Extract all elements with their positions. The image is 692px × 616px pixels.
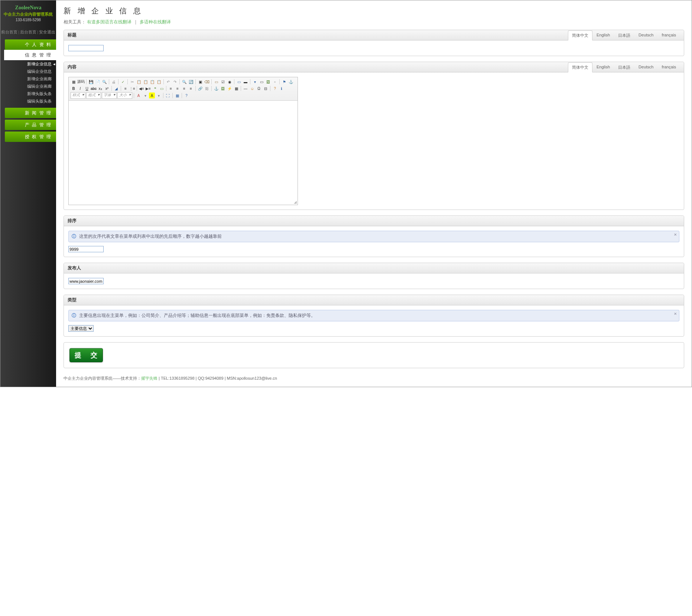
sub-icon[interactable]: x₂: [97, 85, 103, 91]
maximize-icon[interactable]: ⛶: [165, 93, 171, 98]
source-icon[interactable]: ▦: [71, 79, 77, 85]
find-icon[interactable]: 🔍: [181, 79, 187, 85]
lang-tab-fr[interactable]: français: [657, 30, 680, 40]
char-icon[interactable]: Ω: [256, 85, 262, 91]
lang-tab-zh[interactable]: 简体中文: [568, 30, 592, 40]
align-left-icon[interactable]: ≡: [168, 85, 174, 91]
lang-tab-de-2[interactable]: Deutsch: [634, 62, 657, 72]
editor-body[interactable]: ◢: [69, 101, 298, 205]
form-icon[interactable]: ▭: [213, 79, 219, 85]
button-icon[interactable]: ▭: [259, 79, 264, 85]
source-button[interactable]: 源码: [77, 79, 85, 84]
nav-add-gallery[interactable]: 新增企业画廊: [0, 75, 56, 82]
quote-icon[interactable]: ❝: [152, 85, 158, 91]
bgcolor-icon[interactable]: A: [149, 93, 155, 98]
preview-icon[interactable]: 🔍: [101, 79, 107, 85]
align-justify-icon[interactable]: ≡: [188, 85, 194, 91]
anchor2-icon[interactable]: ⚓: [213, 85, 219, 91]
textfield-icon[interactable]: ▭: [236, 79, 242, 85]
publisher-input[interactable]: [68, 278, 104, 284]
paste-icon[interactable]: 📋: [143, 79, 149, 85]
newpage-icon[interactable]: 📄: [95, 79, 101, 85]
align-center-icon[interactable]: ≡: [175, 85, 181, 91]
anchor-icon[interactable]: ⚓: [288, 79, 294, 85]
smiley-icon[interactable]: ☺: [249, 85, 255, 91]
close-icon-2[interactable]: ✕: [674, 312, 677, 316]
showblocks-icon[interactable]: ▦: [174, 93, 180, 98]
numlist-icon[interactable]: ≡: [123, 85, 129, 91]
outdent-icon[interactable]: ◀≡: [139, 85, 144, 91]
redo-icon[interactable]: ↷: [172, 79, 178, 85]
nav-add-company-info[interactable]: 新增企业信息: [0, 60, 56, 68]
tool-link-youdao[interactable]: 有道多国语言在线翻译: [87, 19, 131, 25]
flag-icon[interactable]: ⚑: [281, 79, 287, 85]
footer-link[interactable]: 擢宇先锋: [141, 376, 157, 380]
type-select[interactable]: 主要信息: [68, 325, 94, 332]
help-icon[interactable]: ?: [272, 85, 278, 91]
submit-button[interactable]: 提 交: [69, 348, 103, 362]
textarea-icon[interactable]: ▬: [243, 79, 248, 85]
print-icon[interactable]: 🖨: [111, 79, 117, 85]
radio-icon[interactable]: ◉: [227, 79, 233, 85]
link-frontend[interactable]: 前台首页: [1, 30, 17, 34]
title-input[interactable]: [68, 45, 104, 51]
checkbox-icon[interactable]: ☑: [220, 79, 226, 85]
bold-icon[interactable]: B: [71, 85, 77, 91]
selectall-icon[interactable]: ▣: [197, 79, 203, 85]
nav-profile[interactable]: 个 人 资 料: [5, 39, 56, 50]
bullist-icon[interactable]: ⋮≡: [129, 85, 135, 91]
pagebreak-icon[interactable]: ⊟: [263, 85, 269, 91]
table-icon[interactable]: ▦: [233, 85, 239, 91]
style-combo[interactable]: 样式: [71, 92, 85, 99]
nav-auth-mgmt[interactable]: 授 权 管 理: [5, 132, 56, 142]
format-combo[interactable]: 格式: [86, 92, 101, 99]
italic-icon[interactable]: I: [77, 85, 83, 91]
sup-icon[interactable]: x²: [104, 85, 110, 91]
indent-icon[interactable]: ▶≡: [145, 85, 151, 91]
lang-tab-zh-2[interactable]: 简体中文: [568, 62, 592, 72]
image-icon[interactable]: 🖼: [265, 79, 271, 85]
eraser-icon[interactable]: ◢: [113, 85, 119, 91]
nav-news-mgmt[interactable]: 新 闻 管 理: [5, 108, 56, 118]
sort-input[interactable]: [68, 246, 104, 252]
underline-icon[interactable]: U: [84, 85, 90, 91]
img-icon[interactable]: 🖼: [220, 85, 226, 91]
nav-info-mgmt[interactable]: 信 息 管 理: [4, 50, 56, 60]
nav-edit-headline[interactable]: 编辑头版头条: [0, 97, 56, 105]
link-backend[interactable]: 后台首页: [20, 30, 36, 34]
about-icon[interactable]: ℹ: [279, 85, 285, 91]
link-icon[interactable]: 🔗: [197, 85, 203, 91]
nav-add-headline[interactable]: 新增头版头条: [0, 90, 56, 97]
nav-edit-gallery[interactable]: 编辑企业画廊: [0, 82, 56, 90]
lang-tab-en-2[interactable]: English: [592, 62, 614, 72]
about2-icon[interactable]: ?: [183, 93, 189, 98]
lang-tab-fr-2[interactable]: français: [657, 62, 680, 72]
nav-edit-company-info[interactable]: 编辑企业信息: [0, 68, 56, 75]
flash-icon[interactable]: ⚡: [227, 85, 233, 91]
lang-tab-de[interactable]: Deutsch: [634, 30, 657, 40]
copy-icon[interactable]: 📋: [136, 79, 142, 85]
hr-icon[interactable]: —: [243, 85, 248, 91]
close-icon[interactable]: ✕: [674, 233, 677, 237]
tool-link-multi[interactable]: 多语种在线翻译: [140, 19, 171, 25]
removefmt-icon[interactable]: ⌫: [204, 79, 210, 85]
resize-handle[interactable]: ◢: [294, 200, 297, 204]
nav-product-mgmt[interactable]: 产 品 管 理: [5, 120, 56, 130]
font-combo[interactable]: 字体: [102, 92, 117, 99]
bgcolor-drop-icon[interactable]: ▾: [156, 93, 162, 98]
lang-tab-jp-2[interactable]: 日本語: [614, 62, 634, 72]
undo-icon[interactable]: ↶: [165, 79, 171, 85]
div-icon[interactable]: ▭: [159, 85, 165, 91]
spell-icon[interactable]: ✓: [120, 79, 126, 85]
hidden-icon[interactable]: ▫: [272, 79, 278, 85]
lang-tab-en[interactable]: English: [592, 30, 614, 40]
unlink-icon[interactable]: ⛓: [204, 85, 210, 91]
select-icon[interactable]: ▾: [252, 79, 258, 85]
size-combo[interactable]: 大小: [117, 92, 132, 99]
cut-icon[interactable]: ✂: [129, 79, 135, 85]
textcolor-drop-icon[interactable]: ▾: [142, 93, 148, 98]
paste-text-icon[interactable]: 📋: [149, 79, 155, 85]
link-logout[interactable]: 安全退出: [39, 30, 55, 34]
lang-tab-jp[interactable]: 日本語: [614, 30, 634, 40]
strike-icon[interactable]: abc: [91, 85, 97, 91]
